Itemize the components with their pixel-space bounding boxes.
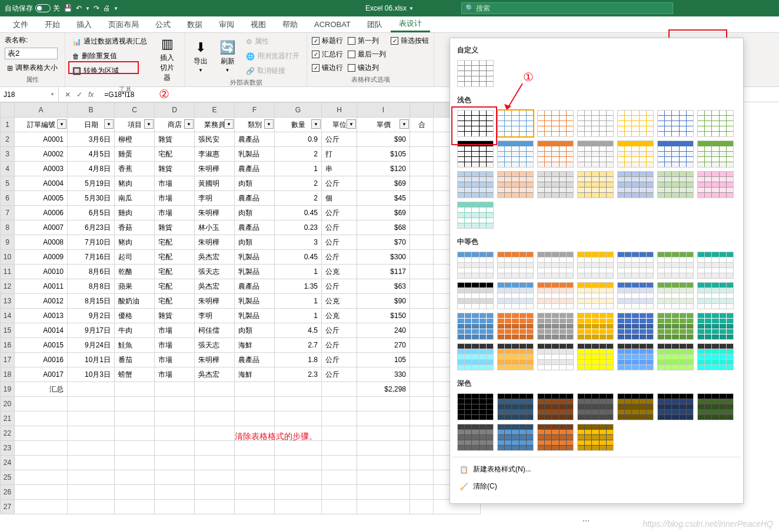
table-cell[interactable]: 朱明樺	[195, 353, 235, 367]
table-cell[interactable]: 農產品	[235, 279, 275, 294]
ribbon-tab-1[interactable]: 开始	[36, 16, 68, 32]
empty-cell[interactable]	[235, 397, 275, 411]
table-cell[interactable]: 市場	[155, 176, 195, 191]
empty-cell[interactable]	[235, 500, 275, 514]
table-style-thumb[interactable]	[457, 202, 494, 229]
empty-cell[interactable]	[410, 441, 434, 456]
table-cell[interactable]: 肉類	[235, 206, 275, 220]
table-style-thumb[interactable]	[657, 313, 694, 340]
table-cell[interactable]: 1	[275, 162, 322, 176]
redo-icon[interactable]: ↷	[94, 4, 99, 12]
table-name-input[interactable]	[5, 48, 58, 59]
table-style-thumb[interactable]	[697, 140, 734, 168]
table-cell[interactable]: 1	[275, 294, 322, 309]
table-cell[interactable]: 公斤	[322, 323, 357, 338]
empty-cell[interactable]	[68, 456, 115, 470]
row-header[interactable]: 9	[1, 235, 15, 250]
table-style-thumb[interactable]	[657, 282, 694, 309]
total-row-checkbox[interactable]: ✓汇总行	[312, 49, 343, 60]
table-cell[interactable]: 農產品	[235, 353, 275, 367]
table-style-thumb[interactable]	[537, 393, 574, 420]
table-style-thumb[interactable]	[577, 424, 614, 451]
table-style-thumb[interactable]	[697, 110, 734, 137]
column-header[interactable]: H	[322, 103, 357, 118]
empty-cell[interactable]	[235, 470, 275, 485]
table-cell[interactable]: $105	[357, 147, 410, 162]
row-header[interactable]: 22	[1, 426, 15, 441]
empty-cell[interactable]	[155, 470, 195, 485]
table-cell[interactable]: 個	[322, 191, 357, 206]
clear-style-button[interactable]: 🧹清除(C)	[452, 478, 741, 495]
table-cell[interactable]: 海鮮	[235, 367, 275, 382]
remove-duplicates-button[interactable]: 🗑删除重复值	[70, 50, 149, 62]
filter-button-checkbox[interactable]: ✓筛选按钮	[391, 35, 429, 46]
table-cell[interactable]	[410, 147, 434, 162]
column-header[interactable]: C	[115, 103, 155, 118]
table-cell[interactable]	[410, 309, 434, 323]
table-style-thumb[interactable]	[617, 282, 654, 309]
table-cell[interactable]: 市場	[155, 191, 195, 206]
filter-icon[interactable]: ▼	[57, 119, 66, 129]
empty-cell[interactable]	[15, 441, 68, 456]
row-header[interactable]: 16	[1, 338, 15, 353]
table-cell[interactable]: 打	[322, 147, 357, 162]
table-cell[interactable]: 公克	[322, 265, 357, 279]
ribbon-tab-5[interactable]: 数据	[179, 16, 211, 32]
table-cell[interactable]: 肉類	[235, 235, 275, 250]
empty-cell[interactable]	[155, 500, 195, 514]
table-cell[interactable]: 宅配	[155, 147, 195, 162]
table-style-thumb[interactable]	[617, 393, 654, 420]
table-cell[interactable]: A0016	[15, 353, 68, 367]
empty-cell[interactable]	[15, 470, 68, 485]
empty-cell[interactable]	[235, 411, 275, 426]
table-cell[interactable]: A0004	[15, 176, 68, 191]
table-cell[interactable]	[410, 220, 434, 235]
empty-cell[interactable]	[357, 441, 410, 456]
table-cell[interactable]	[410, 250, 434, 265]
table-header-cell[interactable]: 數量▼	[275, 118, 322, 132]
table-cell[interactable]: 雞肉	[115, 206, 155, 220]
table-cell[interactable]: A0015	[15, 338, 68, 353]
table-cell[interactable]: 香蕉	[115, 162, 155, 176]
empty-cell[interactable]	[410, 397, 434, 411]
table-cell[interactable]: 黃國明	[195, 176, 235, 191]
table-cell[interactable]: 1	[275, 265, 322, 279]
undo-dropdown-icon[interactable]: ▼	[85, 6, 90, 11]
table-cell[interactable]: 吳杰宏	[195, 250, 235, 265]
row-header[interactable]: 23	[1, 441, 15, 456]
empty-cell[interactable]	[275, 441, 322, 456]
table-cell[interactable]: 公斤	[322, 338, 357, 353]
table-style-thumb[interactable]	[497, 282, 534, 309]
table-cell[interactable]: 宅配	[155, 294, 195, 309]
table-cell[interactable]: 柯佳儒	[195, 323, 235, 338]
last-column-checkbox[interactable]: 最后一列	[348, 49, 386, 60]
table-header-cell[interactable]: 合	[410, 118, 434, 132]
insert-slicer-button[interactable]: ▥ 插入切片器	[154, 35, 180, 84]
table-cell[interactable]: 螃蟹	[115, 367, 155, 382]
table-cell[interactable]	[410, 206, 434, 220]
empty-cell[interactable]	[275, 411, 322, 426]
table-style-thumb[interactable]	[617, 343, 654, 370]
table-style-thumb[interactable]	[657, 110, 694, 137]
empty-cell[interactable]	[115, 441, 155, 456]
ribbon-tab-7[interactable]: 视图	[242, 16, 274, 32]
table-style-thumb[interactable]	[657, 171, 694, 198]
filter-icon[interactable]: ▼	[104, 119, 114, 129]
row-header[interactable]: 21	[1, 411, 15, 426]
undo-icon[interactable]: ↶	[76, 4, 82, 12]
table-style-thumb[interactable]	[497, 393, 534, 420]
table-cell[interactable]: 0.45	[275, 206, 322, 220]
table-cell[interactable]	[410, 323, 434, 338]
empty-cell[interactable]	[322, 485, 357, 500]
table-style-thumb[interactable]	[697, 393, 734, 420]
ribbon-tab-9[interactable]: ACROBAT	[306, 16, 359, 32]
table-style-thumb[interactable]	[537, 110, 574, 137]
table-cell[interactable]: $70	[357, 235, 410, 250]
table-cell[interactable]: A0008	[15, 235, 68, 250]
table-cell[interactable]: 公斤	[322, 235, 357, 250]
table-cell[interactable]: 鮭魚	[115, 338, 155, 353]
export-button[interactable]: ⬇导出▼	[190, 35, 211, 77]
table-cell[interactable]: 農產品	[235, 220, 275, 235]
table-cell[interactable]: 張天志	[195, 265, 235, 279]
table-cell[interactable]: 105	[357, 353, 410, 367]
